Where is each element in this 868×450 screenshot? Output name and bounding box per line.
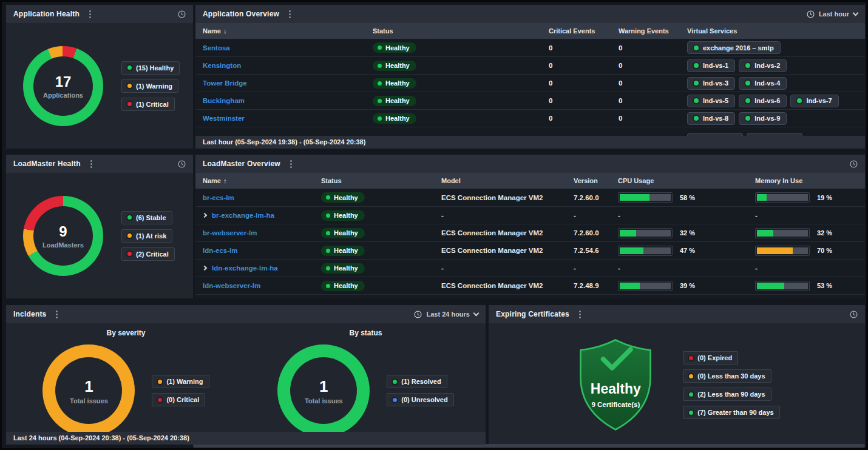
version-value: 7.2.60.0 <box>566 194 611 201</box>
status-dot-icon <box>326 231 330 235</box>
table-row[interactable]: KensingtonHealthy00lnd-vs-1lnd-vs-2 <box>195 56 865 74</box>
time-range-dropdown[interactable]: Last hour <box>807 10 858 18</box>
chevron-down-icon <box>473 311 480 317</box>
legend-item[interactable]: (1) Critical <box>121 98 175 111</box>
usage-bar: 53 % <box>755 281 832 291</box>
column-header-cpu-usage[interactable]: CPU Usage <box>611 177 748 184</box>
virtual-service-tag[interactable]: exchange 2016 – smtp <box>687 41 781 54</box>
legend-item[interactable]: (2) Less than 90 days <box>683 388 771 401</box>
table-row[interactable]: ldn-webserver-lmHealthyECS Connection Ma… <box>195 277 865 294</box>
kebab-menu-icon[interactable] <box>55 309 59 320</box>
virtual-service-tag[interactable]: lnd-vs-1 <box>687 59 735 72</box>
virtual-service-tag[interactable]: lnd-vs-4 <box>739 77 787 90</box>
table-row[interactable]: WestminsterHealthy00lnd-vs-8lnd-vs-9 <box>195 109 865 127</box>
table-row[interactable]: SentosaHealthy00exchange 2016 – smtp <box>195 39 865 56</box>
loadmaster-name-link[interactable]: br-exchange-lm-ha <box>212 212 274 219</box>
healthy-dot-icon <box>745 98 750 103</box>
table-row[interactable]: br-exchange-lm-haHealthy---- <box>195 206 865 224</box>
legend-item[interactable]: (1) At risk <box>121 229 172 243</box>
loadmaster-name-link[interactable]: ldn-webserver-lm <box>203 282 260 289</box>
legend-label: (0) Unresolved <box>401 396 447 403</box>
legend-item[interactable]: (7) Greater than 90 days <box>683 406 779 419</box>
application-name-link[interactable]: Sentosa <box>203 44 230 52</box>
column-header-virtual-services[interactable]: Virtual Services <box>680 27 865 35</box>
table-row[interactable]: ldn-ecs-lmHealthyECS Connection Manager … <box>195 241 865 259</box>
application-name-link[interactable]: Westminster <box>203 115 245 122</box>
warning-events-value: 0 <box>611 62 680 69</box>
sort-desc-icon: ↓ <box>223 27 227 35</box>
legend-dot-icon <box>393 380 397 384</box>
kebab-menu-icon[interactable] <box>89 159 93 169</box>
legend-item[interactable]: (0) Expired <box>683 351 738 364</box>
application-name-link[interactable]: Tower Bridge <box>203 79 247 87</box>
legend-item[interactable]: (0) Less than 30 days <box>683 369 771 383</box>
table-row[interactable]: ldn-exchange-lm-haHealthy---- <box>195 259 865 277</box>
warning-events-value: 0 <box>611 97 680 104</box>
column-header-version[interactable]: Version <box>566 177 611 184</box>
column-header-status[interactable]: Status <box>314 177 434 184</box>
virtual-service-tag[interactable]: lnd-vs-2 <box>739 59 787 72</box>
incident-donut: 1Total issues <box>277 344 370 437</box>
status-label: Healthy <box>385 44 410 52</box>
table-row[interactable]: br-ecs-lmHealthyECS Connection Manager V… <box>195 189 865 206</box>
loadmaster-name-link[interactable]: ldn-ecs-lm <box>203 247 238 254</box>
virtual-service-tag[interactable]: lnd-vs-3 <box>687 77 735 90</box>
application-name-link[interactable]: Buckingham <box>203 97 245 104</box>
time-window-footer: Last hour (05-Sep-2024 19:38) - (05-Sep-… <box>195 136 865 149</box>
column-header-memory-in-use[interactable]: Memory In Use <box>748 177 865 184</box>
panel-application-health: Application Health 17 Applications (15) … <box>6 5 193 149</box>
legend-item[interactable]: (15) Healthy <box>121 61 180 75</box>
panel-title: LoadMaster Health <box>13 160 81 168</box>
panel-header: Application Health <box>6 5 193 23</box>
virtual-service-name: lnd-vs-1 <box>703 62 728 69</box>
status-badge: Healthy <box>321 192 365 203</box>
kebab-menu-icon[interactable] <box>288 9 292 19</box>
legend-item[interactable]: (0) Unresolved <box>387 393 453 406</box>
critical-events-value: 0 <box>541 62 611 69</box>
column-header-name[interactable]: Name↓ <box>195 27 365 35</box>
model-value: ECS Connection Manager VM2 <box>434 247 566 254</box>
kebab-menu-icon[interactable] <box>88 9 92 19</box>
status-badge: Healthy <box>373 42 416 53</box>
legend-item[interactable]: (2) Critical <box>121 247 175 261</box>
healthy-dot-icon <box>797 98 802 103</box>
usage-percent: 32 % <box>680 229 695 237</box>
application-name-link[interactable]: Kensington <box>203 62 241 69</box>
expand-chevron-icon[interactable] <box>202 213 207 218</box>
legend-item[interactable]: (1) Warning <box>152 375 209 388</box>
sort-asc-icon: ↑ <box>223 177 227 184</box>
column-header-model[interactable]: Model <box>434 177 566 184</box>
loadmaster-name-link[interactable]: br-webserver-lm <box>203 229 257 237</box>
virtual-service-tag[interactable]: lnd-vs-9 <box>739 112 787 125</box>
status-badge: Healthy <box>321 281 365 291</box>
loadmaster-name-link[interactable]: br-ecs-lm <box>203 194 234 201</box>
column-header-name[interactable]: Name↑ <box>195 177 314 184</box>
kebab-menu-icon[interactable] <box>289 159 293 169</box>
legend-item[interactable]: (0) Critical <box>152 393 205 406</box>
legend-item[interactable]: (1) Resolved <box>387 375 447 388</box>
legend-dot-icon <box>127 252 132 256</box>
virtual-service-tag[interactable]: lnd-vs-7 <box>790 95 838 107</box>
virtual-service-tag[interactable]: lnd-vs-8 <box>687 112 735 125</box>
panel-title: Expiring Certificates <box>496 310 569 318</box>
table-row[interactable]: Tower BridgeHealthy00lnd-vs-3lnd-vs-4 <box>195 74 865 92</box>
loadmaster-name-link[interactable]: ldn-exchange-lm-ha <box>212 264 278 272</box>
column-header-status[interactable]: Status <box>365 27 541 35</box>
legend-item[interactable]: (6) Stable <box>121 211 172 224</box>
status-dot-icon <box>326 249 330 253</box>
expand-chevron-icon[interactable] <box>202 266 207 270</box>
virtual-service-tag[interactable]: lnd-vs-5 <box>687 95 735 107</box>
application-health-legend: (15) Healthy(1) Warning(1) Critical <box>121 61 180 111</box>
status-badge: Healthy <box>321 210 365 221</box>
table-row[interactable]: br-webserver-lmHealthyECS Connection Man… <box>195 224 865 241</box>
virtual-service-tag[interactable]: lnd-vs-6 <box>739 95 787 107</box>
column-header-critical-events[interactable]: Critical Events <box>541 27 611 35</box>
time-range-dropdown[interactable]: Last 24 hours <box>414 311 478 318</box>
kebab-menu-icon[interactable] <box>578 309 582 320</box>
column-header-warning-events[interactable]: Warning Events <box>611 27 680 35</box>
time-range-label: Last hour <box>819 10 849 18</box>
legend-item[interactable]: (1) Warning <box>121 79 178 93</box>
legend-dot-icon <box>158 398 162 402</box>
incident-chart: By status1Total issues(1) Resolved(0) Un… <box>246 323 486 432</box>
table-row[interactable]: BuckinghamHealthy00lnd-vs-5lnd-vs-6lnd-v… <box>195 92 865 109</box>
